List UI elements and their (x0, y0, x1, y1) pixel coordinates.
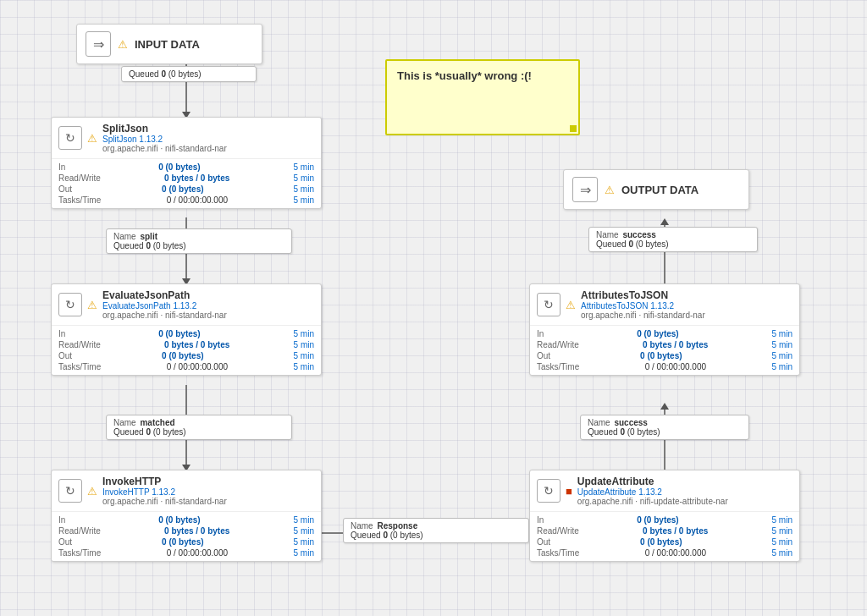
update-attribute-icon: ↻ (537, 479, 561, 503)
output-port-icon: ⇒ (572, 177, 598, 202)
attributes-to-json-processor[interactable]: ↻ ⚠ AttributesToJSON AttributesToJSON 1.… (529, 283, 800, 376)
invoke-http-header: ↻ ⚠ InvokeHTTP InvokeHTTP 1.13.2 org.apa… (52, 470, 321, 512)
attributes-to-json-stats: In0 (0 bytes)5 min Read/Write0 bytes / 0… (530, 326, 799, 375)
invoke-http-class: InvokeHTTP 1.13.2 (102, 487, 314, 497)
attributes-to-json-title: AttributesToJSON AttributesToJSON 1.13.2… (581, 289, 792, 320)
evaluate-json-class: EvaluateJsonPath 1.13.2 (102, 301, 314, 311)
output-port-header: ⇒ ⚠ OUTPUT DATA (564, 170, 748, 209)
conn-invoke-queued: Queued 0 (0 bytes) (351, 531, 522, 540)
split-json-name: SplitJson (102, 123, 314, 135)
conn-update-queued: Queued 0 (0 bytes) (588, 427, 742, 437)
conn-attributes-name-label: Name success (596, 230, 750, 239)
note-box[interactable]: This is *usually* wrong :(! (385, 59, 580, 135)
conn-input-queued: Queued 0 (0 bytes) (121, 66, 257, 82)
attributes-to-json-class: AttributesToJSON 1.13.2 (581, 301, 792, 311)
conn-evaluate-invoke: Name matched Queued 0 (0 bytes) (106, 415, 292, 440)
conn-evaluate-queued: Queued 0 (0 bytes) (113, 427, 284, 437)
invoke-http-name: InvokeHTTP (102, 476, 314, 487)
update-attribute-processor[interactable]: ↻ ■ UpdateAttribute UpdateAttribute 1.13… (529, 470, 800, 562)
attributes-to-json-name: AttributesToJSON (581, 289, 792, 301)
split-json-processor[interactable]: ↻ ⚠ SplitJson SplitJson 1.13.2 org.apach… (51, 117, 322, 209)
invoke-http-stats: In0 (0 bytes)5 min Read/Write0 bytes / 0… (52, 512, 321, 561)
conn-split-name-value: split (140, 232, 157, 241)
split-json-stats: In0 (0 bytes)5 min Read/Write0 bytes / 0… (52, 159, 321, 208)
update-attribute-warning: ■ (566, 485, 572, 498)
invoke-http-processor[interactable]: ↻ ⚠ InvokeHTTP InvokeHTTP 1.13.2 org.apa… (51, 470, 322, 562)
invoke-http-icon: ↻ (58, 479, 82, 503)
invoke-http-nar: org.apache.nifi · nifi-standard-nar (102, 497, 314, 506)
attributes-to-json-warning: ⚠ (566, 299, 576, 311)
attributes-to-json-nar: org.apache.nifi · nifi-standard-nar (581, 311, 792, 320)
svg-marker-11 (660, 218, 669, 225)
input-warning-icon: ⚠ (118, 38, 128, 51)
attributes-to-json-header: ↻ ⚠ AttributesToJSON AttributesToJSON 1.… (530, 284, 799, 326)
conn-input-queued-text: Queued 0 (0 bytes) (129, 69, 249, 79)
update-attribute-name: UpdateAttribute (577, 476, 792, 487)
conn-update-attributes: Name success Queued 0 (0 bytes) (580, 415, 749, 440)
conn-invoke-name-value: Response (377, 521, 417, 531)
conn-split-evaluate: Name split Queued 0 (0 bytes) (106, 228, 292, 254)
evaluate-json-warning: ⚠ (87, 299, 97, 311)
output-warning-icon: ⚠ (605, 184, 615, 196)
input-port-icon: ⇒ (86, 31, 111, 57)
evaluate-json-title: EvaluateJsonPath EvaluateJsonPath 1.13.2… (102, 289, 314, 320)
note-resize-handle[interactable] (570, 125, 577, 132)
update-attribute-title: UpdateAttribute UpdateAttribute 1.13.2 o… (577, 476, 792, 506)
conn-split-name-label: Name split (113, 232, 284, 241)
conn-attributes-queued: Queued 0 (0 bytes) (596, 239, 750, 249)
output-port-name: OUTPUT DATA (621, 184, 699, 196)
update-attribute-class: UpdateAttribute 1.13.2 (577, 487, 792, 497)
input-port-header: ⇒ ⚠ INPUT DATA (77, 25, 262, 63)
conn-evaluate-name-value: matched (140, 418, 174, 427)
split-json-icon: ↻ (58, 126, 82, 150)
split-json-warning: ⚠ (87, 132, 97, 145)
input-port-name: INPUT DATA (135, 38, 200, 51)
split-json-class: SplitJson 1.13.2 (102, 135, 314, 144)
update-attribute-nar: org.apache.nifi · nifi-update-attribute-… (577, 497, 792, 506)
split-json-nar: org.apache.nifi · nifi-standard-nar (102, 144, 314, 153)
evaluate-json-header: ↻ ⚠ EvaluateJsonPath EvaluateJsonPath 1.… (52, 284, 321, 326)
conn-invoke-update: Name Response Queued 0 (0 bytes) (343, 518, 529, 543)
conn-update-name-value: success (614, 418, 647, 427)
svg-marker-9 (660, 403, 669, 410)
evaluate-json-processor[interactable]: ↻ ⚠ EvaluateJsonPath EvaluateJsonPath 1.… (51, 283, 322, 376)
evaluate-json-icon: ↻ (58, 293, 82, 316)
input-port-card[interactable]: ⇒ ⚠ INPUT DATA (76, 24, 262, 64)
output-port-card[interactable]: ⇒ ⚠ OUTPUT DATA (563, 169, 749, 210)
conn-attributes-output: Name success Queued 0 (0 bytes) (588, 227, 758, 252)
attributes-to-json-icon: ↻ (537, 293, 561, 316)
conn-update-name-label: Name success (588, 418, 742, 427)
conn-attributes-name-value: success (622, 230, 655, 239)
note-text: This is *usually* wrong :(! (397, 69, 532, 82)
update-attribute-header: ↻ ■ UpdateAttribute UpdateAttribute 1.13… (530, 470, 799, 512)
conn-evaluate-name-label: Name matched (113, 418, 284, 427)
evaluate-json-nar: org.apache.nifi · nifi-standard-nar (102, 311, 314, 320)
conn-invoke-name-label: Name Response (351, 521, 522, 531)
invoke-http-title: InvokeHTTP InvokeHTTP 1.13.2 org.apache.… (102, 476, 314, 506)
split-json-title: SplitJson SplitJson 1.13.2 org.apache.ni… (102, 123, 314, 153)
split-json-header: ↻ ⚠ SplitJson SplitJson 1.13.2 org.apach… (52, 118, 321, 159)
update-attribute-stats: In0 (0 bytes)5 min Read/Write0 bytes / 0… (530, 512, 799, 561)
evaluate-json-name: EvaluateJsonPath (102, 289, 314, 301)
evaluate-json-stats: In0 (0 bytes)5 min Read/Write0 bytes / 0… (52, 326, 321, 375)
invoke-http-warning: ⚠ (87, 485, 97, 498)
conn-split-queued: Queued 0 (0 bytes) (113, 241, 284, 250)
